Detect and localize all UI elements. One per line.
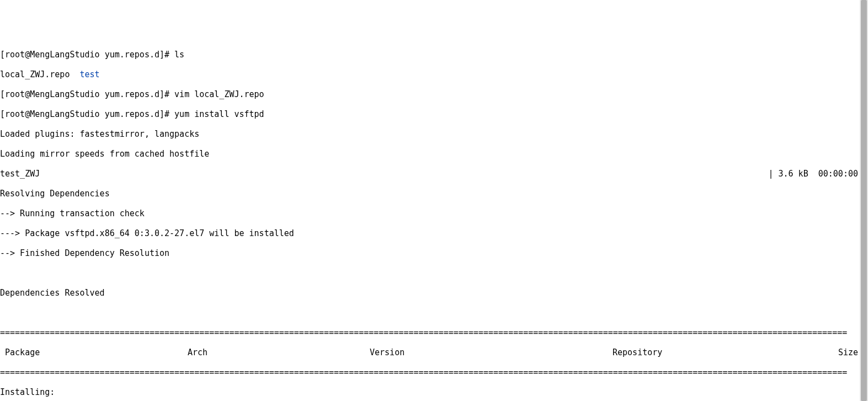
scrollbar-thumb[interactable] bbox=[861, 0, 867, 401]
command-line: [root@MengLangStudio yum.repos.d]# ls bbox=[0, 50, 858, 60]
output-line: Installing: bbox=[0, 387, 858, 397]
blank-line bbox=[0, 308, 858, 318]
separator: ========================================… bbox=[0, 328, 858, 338]
output-line: Dependencies Resolved bbox=[0, 288, 858, 298]
command-line: [root@MengLangStudio yum.repos.d]# vim l… bbox=[0, 89, 858, 99]
blank-line bbox=[0, 268, 858, 278]
output-line: Resolving Dependencies bbox=[0, 189, 858, 199]
output-line: ---> Package vsftpd.x86_64 0:3.0.2-27.el… bbox=[0, 228, 858, 238]
directory-link: test bbox=[80, 69, 100, 79]
table-header: PackageArchVersionRepositorySize bbox=[0, 347, 858, 357]
separator: ========================================… bbox=[0, 367, 858, 377]
output-line: --> Finished Dependency Resolution bbox=[0, 248, 858, 258]
output-line: Loading mirror speeds from cached hostfi… bbox=[0, 149, 858, 159]
repo-status-row: test_ZWJ| 3.6 kB 00:00:00 bbox=[0, 169, 858, 179]
terminal-output[interactable]: [root@MengLangStudio yum.repos.d]# ls lo… bbox=[0, 40, 858, 401]
ls-output: local_ZWJ.repo test bbox=[0, 69, 858, 79]
output-line: --> Running transaction check bbox=[0, 208, 858, 218]
scrollbar[interactable] bbox=[860, 0, 868, 401]
command-line: [root@MengLangStudio yum.repos.d]# yum i… bbox=[0, 109, 858, 119]
output-line: Loaded plugins: fastestmirror, langpacks bbox=[0, 129, 858, 139]
